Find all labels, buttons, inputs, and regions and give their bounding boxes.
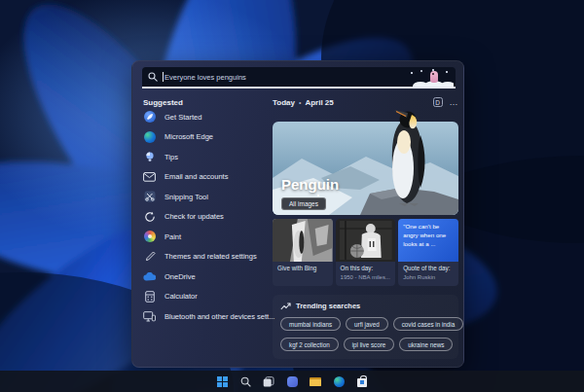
card-title: Quote of the day: [403, 265, 454, 273]
on-this-day-image [336, 219, 396, 262]
calculator-icon [143, 290, 156, 303]
taskbar-search-button[interactable] [239, 375, 252, 388]
search-icon [240, 376, 251, 387]
all-images-button[interactable]: All images [281, 197, 326, 210]
card-caption: Give with Bing [277, 265, 328, 273]
today-date: April 25 [305, 98, 333, 107]
onedrive-icon [143, 270, 156, 283]
desktop: Everyone loves penguins Suggested [0, 0, 584, 392]
trending-chip[interactable]: ipl live score [344, 338, 395, 351]
widgets-button[interactable] [286, 375, 299, 388]
paint-icon [143, 231, 156, 243]
text-caret [163, 72, 164, 82]
today-panel: Today • April 25 D … [273, 96, 458, 108]
taskbar [0, 371, 584, 392]
hero-title: Penguin [281, 176, 339, 193]
widgets-icon [287, 376, 298, 387]
card-title: On this day: [341, 265, 391, 273]
more-options-icon[interactable]: … [450, 99, 459, 105]
task-view-icon [263, 376, 274, 387]
search-icon [148, 72, 158, 82]
edge-button[interactable] [333, 375, 346, 388]
card-subtitle: 1950 - NBA miles... [341, 273, 391, 281]
trending-header: Trending searches [296, 302, 360, 310]
quote-image: "One can't be angry when one looks at a … [398, 219, 458, 262]
edge-icon [334, 376, 345, 387]
today-label: Today [273, 98, 295, 107]
sidebar-item-label: Tips [164, 153, 178, 161]
sidebar-item-label: Bluetooth and other devices sett... [164, 312, 274, 321]
search-flyout: Everyone loves penguins Suggested [131, 60, 464, 368]
hero-image-card[interactable]: Penguin All images [273, 122, 458, 215]
task-view-button[interactable] [263, 375, 275, 388]
sidebar-item-label: Themes and related settings [164, 252, 257, 261]
sidebar-item-label: Email and accounts [164, 172, 228, 181]
trending-chip[interactable]: covid cases in india [393, 317, 464, 331]
trending-section: Trending searches mumbai indians urfi ja… [273, 295, 458, 359]
card-quote-of-the-day[interactable]: "One can't be angry when one looks at a … [398, 219, 458, 286]
tips-icon [143, 151, 156, 163]
suggested-header: Suggested [143, 98, 183, 107]
trending-chip[interactable]: mumbai indians [280, 317, 341, 331]
cards-row: Give with Bing [273, 219, 458, 286]
today-header: Today • April 25 D … [273, 96, 458, 108]
sidebar-item-label: Calculator [164, 292, 198, 301]
card-subtitle: John Ruskin [403, 273, 454, 281]
microsoft-store-icon [357, 378, 367, 387]
search-bar[interactable]: Everyone loves penguins [142, 67, 456, 89]
snipping-tool-icon [143, 191, 156, 203]
edge-icon [143, 130, 156, 143]
bluetooth-icon [143, 310, 156, 323]
search-illustration [407, 68, 454, 87]
windows-logo-icon [217, 376, 228, 387]
store-button[interactable] [356, 375, 369, 388]
trending-chip[interactable]: kgf 2 collection [280, 338, 339, 351]
sidebar-item-label: Microsoft Edge [164, 132, 213, 141]
email-icon [143, 170, 156, 183]
sidebar-item-label: Get Started [164, 113, 201, 122]
penguin-doodle-icon [430, 71, 438, 83]
penguin-image [382, 108, 432, 213]
dot-separator: • [299, 99, 301, 106]
file-explorer-icon [310, 377, 321, 386]
get-started-icon [143, 111, 156, 124]
trending-chip[interactable]: ukraine news [399, 338, 453, 351]
trending-icon [280, 302, 291, 310]
start-button[interactable] [216, 375, 229, 388]
card-give-with-bing[interactable]: Give with Bing [273, 219, 333, 286]
card-on-this-day[interactable]: On this day: 1950 - NBA miles... [336, 219, 396, 286]
d-badge-icon[interactable]: D [433, 97, 443, 107]
trending-chip[interactable]: urfi javed [346, 317, 388, 331]
sidebar-item-label: OneDrive [164, 272, 196, 281]
sidebar-item-label: Check for updates [164, 212, 224, 221]
search-input[interactable]: Everyone loves penguins [164, 73, 246, 82]
file-explorer-button[interactable] [310, 375, 322, 388]
sidebar-item-label: Paint [164, 232, 181, 241]
update-icon [143, 210, 156, 223]
quote-text: "One can't be angry when one looks at a … [403, 223, 454, 249]
give-with-bing-image [273, 219, 333, 262]
sidebar-item-label: Snipping Tool [164, 193, 208, 201]
pagination-dot [317, 195, 319, 196]
themes-icon [143, 250, 156, 263]
